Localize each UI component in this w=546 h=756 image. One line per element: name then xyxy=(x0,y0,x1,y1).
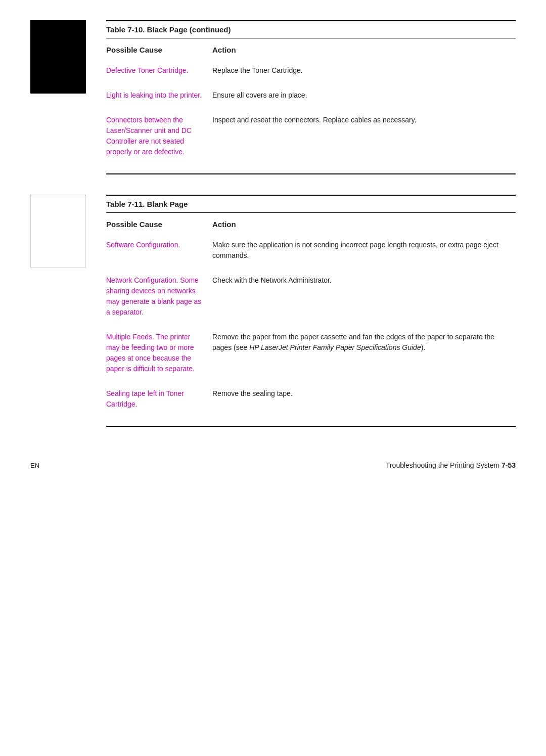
table-11-cause-header: Possible Cause xyxy=(106,220,212,229)
table-10-content: Table 7-10. Black Page (continued) Possi… xyxy=(106,20,516,174)
action-text-italic: HP LaserJet Printer Family Paper Specifi… xyxy=(249,343,421,351)
action-cell: Check with the Network Administrator. xyxy=(212,275,516,318)
table-11-section: Table 7-11. Blank Page Possible Cause Ac… xyxy=(30,195,516,427)
table-11-content: Table 7-11. Blank Page Possible Cause Ac… xyxy=(106,195,516,427)
page-content: Table 7-10. Black Page (continued) Possi… xyxy=(30,20,516,469)
table-row: Connectors between the Laser/Scanner uni… xyxy=(106,108,516,164)
blank-page-image xyxy=(30,195,86,268)
table-11-image-col xyxy=(30,195,96,427)
cause-cell: Software Configuration. xyxy=(106,240,212,261)
footer-right-text: Troubleshooting the Printing System xyxy=(386,461,502,469)
table-row: Software Configuration. Make sure the ap… xyxy=(106,233,516,268)
footer-right-bold: 7-53 xyxy=(502,461,516,469)
table-10-cause-header: Possible Cause xyxy=(106,46,212,54)
footer-left: EN xyxy=(30,462,39,469)
table-11-action-header: Action xyxy=(212,220,516,229)
action-cell: Remove the sealing tape. xyxy=(212,388,516,410)
table-row: Light is leaking into the printer. Ensur… xyxy=(106,83,516,108)
table-10-image-col xyxy=(30,20,96,174)
cause-cell: Sealing tape left in Toner Cartridge. xyxy=(106,388,212,410)
table-row: Sealing tape left in Toner Cartridge. Re… xyxy=(106,381,516,417)
table-11-col-headers: Possible Cause Action xyxy=(106,213,516,233)
table-10-action-header: Action xyxy=(212,46,516,54)
cause-cell: Multiple Feeds. The printer may be feedi… xyxy=(106,332,212,374)
cause-cell: Light is leaking into the printer. xyxy=(106,90,212,101)
table-row: Multiple Feeds. The printer may be feedi… xyxy=(106,325,516,381)
table-11-title: Table 7-11. Blank Page xyxy=(106,195,516,213)
table-row: Network Configuration. Some sharing devi… xyxy=(106,268,516,325)
page-footer: EN Troubleshooting the Printing System 7… xyxy=(30,457,516,469)
cause-cell: Defective Toner Cartridge. xyxy=(106,65,212,76)
table-10-title: Table 7-10. Black Page (continued) xyxy=(106,20,516,38)
black-page-image xyxy=(30,20,86,94)
action-text-part3: ). xyxy=(421,343,426,351)
action-cell: Inspect and reseat the connectors. Repla… xyxy=(212,115,516,157)
action-cell: Replace the Toner Cartridge. xyxy=(212,65,516,76)
cause-cell: Connectors between the Laser/Scanner uni… xyxy=(106,115,212,157)
action-cell-multiple-feeds: Remove the paper from the paper cassette… xyxy=(212,332,516,374)
section-divider xyxy=(106,426,516,427)
table-10-col-headers: Possible Cause Action xyxy=(106,38,516,58)
table-row: Defective Toner Cartridge. Replace the T… xyxy=(106,58,516,83)
action-cell: Ensure all covers are in place. xyxy=(212,90,516,101)
section-divider xyxy=(106,173,516,174)
table-10-section: Table 7-10. Black Page (continued) Possi… xyxy=(30,20,516,174)
cause-cell: Network Configuration. Some sharing devi… xyxy=(106,275,212,318)
footer-right: Troubleshooting the Printing System 7-53 xyxy=(386,461,516,469)
action-cell: Make sure the application is not sending… xyxy=(212,240,516,261)
